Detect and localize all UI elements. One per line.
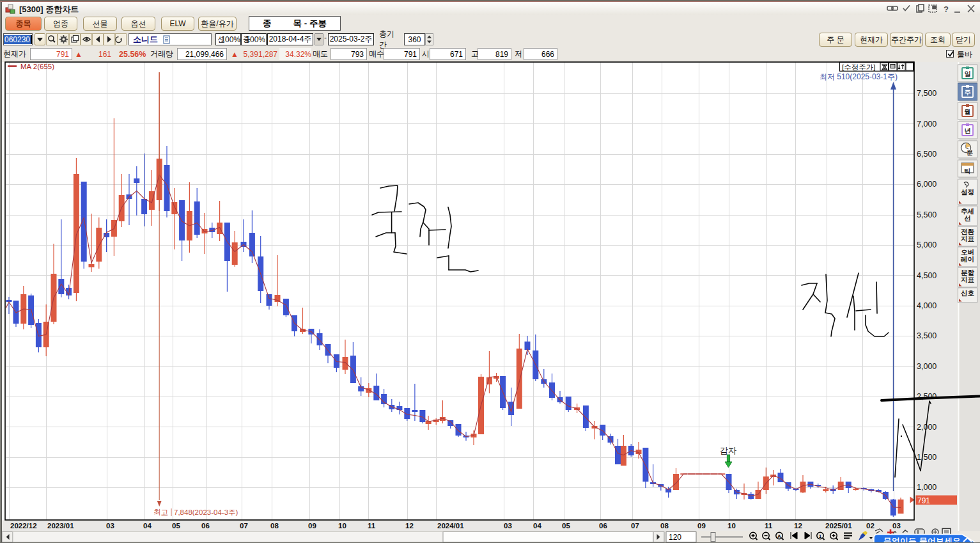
svg-text:7,000: 7,000 xyxy=(917,120,937,129)
svg-text:5,000: 5,000 xyxy=(917,240,937,249)
svg-text:10: 10 xyxy=(338,522,346,530)
svg-text:신호: 신호 xyxy=(961,289,975,297)
svg-text:791: 791 xyxy=(917,496,930,505)
svg-text:04: 04 xyxy=(533,522,541,530)
svg-text:6,000: 6,000 xyxy=(917,180,937,189)
svg-text:2022/12: 2022/12 xyxy=(10,522,37,530)
svg-text:[수정주가]: [수정주가] xyxy=(842,63,875,71)
svg-text:08: 08 xyxy=(270,522,279,530)
svg-text:레이: 레이 xyxy=(961,255,974,263)
svg-text:선: 선 xyxy=(964,214,971,222)
svg-text:5,500: 5,500 xyxy=(917,210,937,219)
svg-text:설정: 설정 xyxy=(961,188,974,196)
svg-text:11: 11 xyxy=(368,522,376,530)
svg-text:08: 08 xyxy=(660,522,669,530)
svg-text:A: A xyxy=(777,533,781,539)
svg-text:4,500: 4,500 xyxy=(917,271,937,280)
svg-text:년: 년 xyxy=(965,127,971,134)
svg-text:2025/01: 2025/01 xyxy=(825,522,852,530)
svg-text:1: 1 xyxy=(819,533,822,539)
svg-text:3,500: 3,500 xyxy=(917,331,937,340)
svg-text:?: ? xyxy=(944,4,949,14)
svg-text:03: 03 xyxy=(504,522,512,530)
svg-text:04: 04 xyxy=(143,522,152,530)
svg-text:120: 120 xyxy=(669,533,681,542)
svg-text:주: 주 xyxy=(965,89,971,96)
svg-text:12: 12 xyxy=(405,522,414,530)
svg-text:03: 03 xyxy=(106,522,114,530)
svg-text:07: 07 xyxy=(631,522,639,530)
svg-text:월: 월 xyxy=(965,108,971,115)
svg-text:05: 05 xyxy=(562,522,570,530)
svg-text:07: 07 xyxy=(240,522,248,530)
svg-text:지표: 지표 xyxy=(960,235,975,242)
svg-text:7,500: 7,500 xyxy=(917,89,937,98)
svg-text:일: 일 xyxy=(965,70,971,77)
svg-text:MA 2(655): MA 2(655) xyxy=(20,63,54,70)
svg-text:06: 06 xyxy=(201,522,210,530)
svg-text:7,848(2023-04-3주): 7,848(2023-04-3주) xyxy=(174,508,238,516)
svg-text:2024/01: 2024/01 xyxy=(437,522,464,530)
svg-text:2023/01: 2023/01 xyxy=(47,522,74,530)
svg-text:4,000: 4,000 xyxy=(917,301,937,310)
svg-text:05: 05 xyxy=(172,522,180,530)
svg-text:12: 12 xyxy=(794,522,802,530)
svg-text:분: 분 xyxy=(967,149,973,156)
svg-text:1,000: 1,000 xyxy=(917,483,937,492)
svg-text:최고: 최고 xyxy=(153,508,168,516)
svg-text:11: 11 xyxy=(765,522,773,530)
svg-text:감자: 감자 xyxy=(720,446,736,455)
svg-text:틱: 틱 xyxy=(964,168,970,175)
svg-text:지표: 지표 xyxy=(960,276,975,283)
svg-text:06: 06 xyxy=(599,522,607,530)
svg-text:6,500: 6,500 xyxy=(917,150,937,159)
svg-text:1,500: 1,500 xyxy=(917,453,937,462)
svg-text:최저 510(2025-03-1주): 최저 510(2025-03-1주) xyxy=(820,72,898,81)
svg-text:10: 10 xyxy=(727,522,736,530)
svg-text:09: 09 xyxy=(697,522,706,530)
svg-text:3,000: 3,000 xyxy=(917,362,937,371)
svg-text:09: 09 xyxy=(308,522,316,530)
